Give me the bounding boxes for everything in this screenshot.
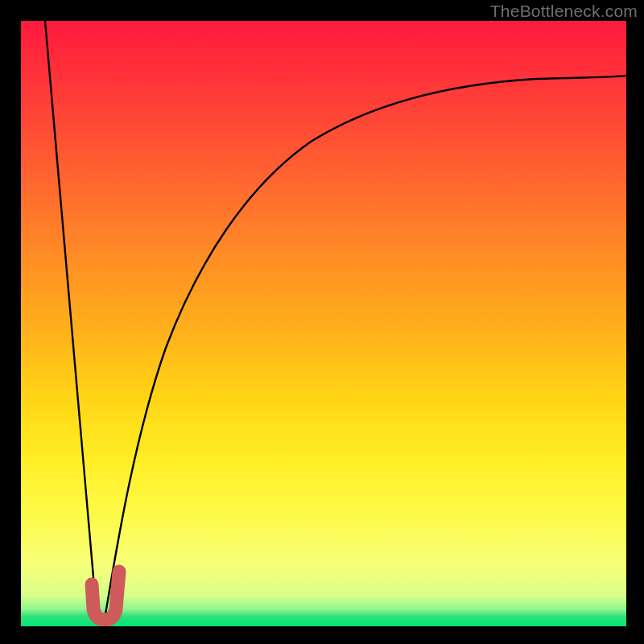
attribution-text: TheBottleneck.com (490, 2, 638, 21)
right-curve-line (105, 76, 626, 614)
curves-layer (21, 21, 626, 626)
chart-frame: TheBottleneck.com (0, 0, 644, 644)
plot-area (21, 21, 626, 626)
left-slope-line (45, 21, 97, 614)
